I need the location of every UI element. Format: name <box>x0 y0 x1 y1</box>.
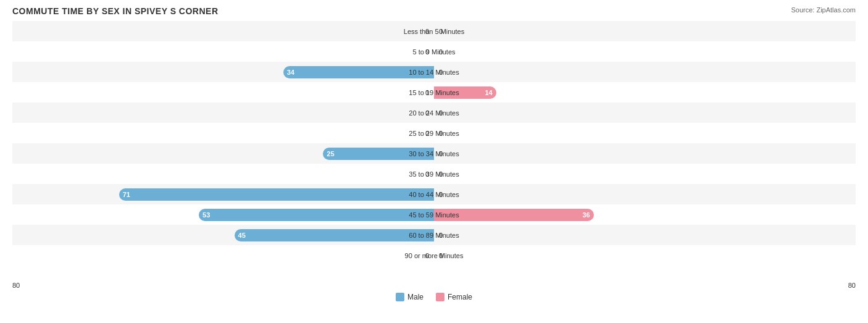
row-label: 90 or more Minutes <box>405 252 464 259</box>
table-row: 15 to 19 Minutes014 <box>12 82 856 103</box>
legend-female-label: Female <box>448 293 472 301</box>
bar-male-value-zero: 0 <box>425 28 429 35</box>
table-row: 90 or more Minutes00 <box>12 245 856 266</box>
chart-container: COMMUTE TIME BY SEX IN SPIVEY S CORNER S… <box>0 0 868 323</box>
legend-male: Male <box>396 293 424 301</box>
table-row: 35 to 39 Minutes00 <box>12 164 856 184</box>
bar-male-value: 71 <box>123 191 130 198</box>
bar-female-value: 36 <box>583 211 590 219</box>
bar-male-value: 25 <box>327 150 334 157</box>
table-row: 5 to 9 Minutes00 <box>12 41 856 62</box>
axis-left: 80 <box>12 282 20 289</box>
bar-male-value-zero: 0 <box>425 48 429 56</box>
legend-female: Female <box>436 293 472 301</box>
bar-male: 34 <box>283 66 434 78</box>
bar-male-value-zero: 0 <box>425 252 429 259</box>
bar-male: 53 <box>199 209 434 221</box>
bar-male-value: 53 <box>202 211 210 219</box>
chart-title: COMMUTE TIME BY SEX IN SPIVEY S CORNER <box>12 6 856 16</box>
bar-female-value-zero: 0 <box>439 28 443 35</box>
table-row: 60 to 89 Minutes450 <box>12 225 856 245</box>
axis-labels: 80 80 <box>12 282 856 289</box>
bar-female-value: 14 <box>485 89 492 96</box>
bar-female: 14 <box>434 86 496 99</box>
row-label: 5 to 9 Minutes <box>412 48 455 56</box>
bar-male-value-zero: 0 <box>425 109 429 117</box>
row-label: Less than 5 Minutes <box>404 28 464 35</box>
row-label: 20 to 24 Minutes <box>409 109 459 117</box>
table-row: 45 to 59 Minutes5336 <box>12 204 856 225</box>
bar-female-value-zero: 0 <box>439 191 443 198</box>
bar-female-value-zero: 0 <box>439 252 443 259</box>
source-label: Source: ZipAtlas.com <box>791 6 856 14</box>
table-row: 10 to 14 Minutes340 <box>12 62 856 82</box>
table-row: Less than 5 Minutes00 <box>12 21 856 41</box>
bar-female-value-zero: 0 <box>439 232 443 239</box>
table-row: 25 to 29 Minutes00 <box>12 123 856 143</box>
bar-male-value-zero: 0 <box>425 130 429 137</box>
legend-female-box <box>436 293 444 301</box>
axis-right: 80 <box>848 282 856 289</box>
bar-male-value-zero: 0 <box>425 89 429 96</box>
table-row: 40 to 44 Minutes710 <box>12 184 856 204</box>
bar-male: 71 <box>119 188 434 201</box>
bar-female: 36 <box>434 209 594 221</box>
bar-male: 45 <box>235 229 434 241</box>
row-label: 35 to 39 Minutes <box>409 170 459 178</box>
bar-male-value-zero: 0 <box>425 170 429 178</box>
bar-female-value-zero: 0 <box>439 109 443 117</box>
row-label: 25 to 29 Minutes <box>409 130 459 137</box>
legend-male-box <box>396 293 404 301</box>
bar-male-value: 34 <box>287 69 294 76</box>
bar-male-value: 45 <box>238 232 246 239</box>
bar-female-value-zero: 0 <box>439 48 443 56</box>
bar-female-value-zero: 0 <box>439 130 443 137</box>
table-row: 30 to 34 Minutes250 <box>12 143 856 164</box>
table-row: 20 to 24 Minutes00 <box>12 103 856 123</box>
bar-female-value-zero: 0 <box>439 150 443 157</box>
chart-area: Less than 5 Minutes005 to 9 Minutes0010 … <box>12 21 856 280</box>
bar-male: 25 <box>323 148 434 160</box>
bar-female-value-zero: 0 <box>439 170 443 178</box>
bar-female-value-zero: 0 <box>439 69 443 76</box>
legend: Male Female <box>12 293 856 301</box>
legend-male-label: Male <box>407 293 424 301</box>
